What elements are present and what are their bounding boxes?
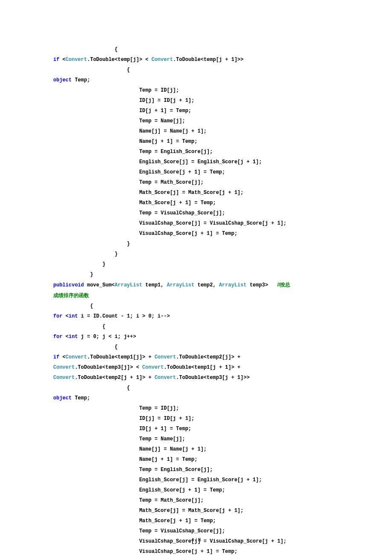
code-line: } — [53, 251, 339, 257]
code-line: Temp = ID[j]; — [53, 88, 339, 93]
code-line: 成绩排序的函数 — [53, 293, 339, 298]
code-line: for <int j = 0; j < i; j++> — [53, 334, 339, 339]
code-line: ID[j + 1] = Temp; — [53, 108, 339, 113]
code-line: English_Score[j + 1] = Temp; — [53, 170, 339, 175]
code-line: Name[j] = Name[j + 1]; — [53, 447, 339, 452]
code-line: Temp = Name[j]; — [53, 119, 339, 124]
code-line: { — [53, 324, 339, 329]
code-line: for <int i = ID.Count - 1; i > 0; i--> — [53, 314, 339, 319]
code-line: Math_Score[j] = Math_Score[j + 1]; — [53, 508, 339, 513]
code-line: Temp = English_Score[j]; — [53, 149, 339, 154]
code-line: Math_Score[j] = Math_Score[j + 1]; — [53, 190, 339, 195]
code-line: Temp = VisualCshap_Score[j]; — [53, 529, 339, 534]
code-line: Temp = Math_Score[j]; — [53, 180, 339, 185]
code-line: VisualCshap_Score[j + 1] = Temp; — [53, 231, 339, 236]
code-line: Name[j + 1] = Temp; — [53, 457, 339, 462]
page-number: 4 / 8 — [0, 537, 392, 542]
code-line: Temp = ID[j]; — [53, 406, 339, 411]
code-line: } — [53, 241, 339, 246]
code-line: Temp = VisualCshap_Score[j]; — [53, 211, 339, 216]
code-line: object Temp; — [53, 396, 339, 401]
code-line: ID[j] = ID[j + 1]; — [53, 98, 339, 103]
code-line: English_Score[j] = English_Score[j + 1]; — [53, 477, 339, 483]
code-line: if <Convert.ToDouble<temp[j]> < Convert.… — [53, 57, 339, 62]
code-line: if <Convert.ToDouble<temp1[j]> + Convert… — [53, 355, 339, 360]
code-line: Math_Score[j + 1] = Temp; — [53, 518, 339, 523]
code-line: ID[j + 1] = Temp; — [53, 426, 339, 431]
code-line: Name[j] = Name[j + 1]; — [53, 129, 339, 134]
code-line: Name[j + 1] = Temp; — [53, 139, 339, 144]
code-line: English_Score[j + 1] = Temp; — [53, 488, 339, 493]
code-line: { — [53, 304, 339, 309]
code-block: { if <Convert.ToDouble<temp[j]> < Conver… — [53, 47, 339, 555]
code-line: VisualCshap_Score[j + 1] = Temp; — [53, 549, 339, 554]
code-line: Convert.ToDouble<temp3[j]> < Convert.ToD… — [53, 365, 339, 370]
code-line: VisualCshap_Score[j] = VisualCshap_Score… — [53, 221, 339, 226]
code-line: Math_Score[j + 1] = Temp; — [53, 200, 339, 205]
code-line: Temp = Math_Score[j]; — [53, 498, 339, 503]
code-line: { — [53, 344, 339, 350]
code-line: } — [53, 272, 339, 277]
document-page: { if <Convert.ToDouble<temp[j]> < Conver… — [0, 0, 392, 555]
code-line: } — [53, 262, 339, 267]
code-line: { — [53, 47, 339, 52]
code-line: object Temp; — [53, 78, 339, 83]
code-line: ID[j] = ID[j + 1]; — [53, 416, 339, 421]
code-line: { — [53, 385, 339, 390]
code-line: publicvoid move_Sum<ArrayList temp1, Arr… — [53, 282, 339, 288]
code-line: Convert.ToDouble<temp2[j + 1]> + Convert… — [53, 375, 339, 380]
code-line: { — [53, 67, 339, 72]
code-line: Temp = English_Score[j]; — [53, 467, 339, 472]
code-line: English_Score[j] = English_Score[j + 1]; — [53, 159, 339, 165]
code-line: Temp = Name[j]; — [53, 436, 339, 442]
